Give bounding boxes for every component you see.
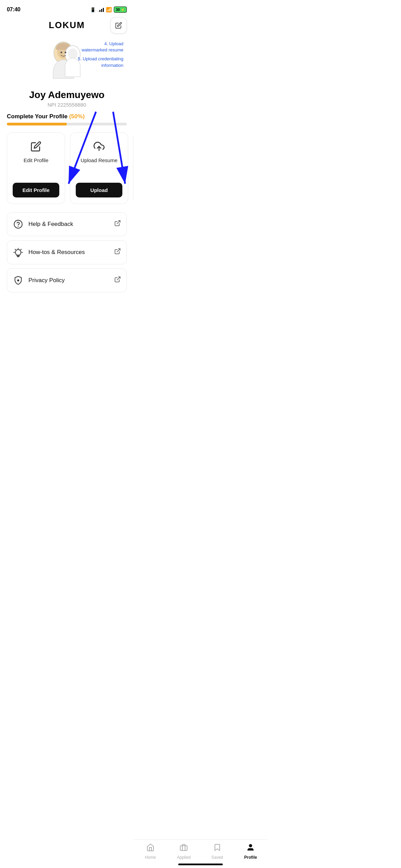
menu-section: Help & Feedback [0, 212, 134, 292]
progress-percent: (50%) [69, 113, 85, 120]
action-cards: Edit Profile Edit Profile [7, 132, 134, 204]
edit-profile-card-button[interactable]: Edit Profile [13, 183, 59, 197]
svg-point-5 [61, 52, 62, 53]
edit-profile-card-title: Edit Profile [24, 157, 49, 164]
status-bar: 07:40 📱 📶 30 ⚡ [0, 0, 134, 16]
svg-line-19 [15, 249, 16, 250]
edit-profile-card: Edit Profile Edit Profile [7, 132, 65, 204]
upload-resume-icon [94, 141, 105, 154]
header-edit-button[interactable] [110, 17, 127, 34]
privacy-policy-label: Privacy Policy [28, 277, 65, 284]
wifi-icon: 📶 [106, 7, 112, 12]
signal-bars [98, 7, 104, 12]
progress-bar [7, 123, 127, 125]
status-time: 07:40 [7, 7, 20, 13]
progress-bar-fill [7, 123, 67, 125]
external-link-icon-privacy [114, 276, 121, 285]
svg-point-13 [14, 220, 22, 228]
action-cards-section: Edit Profile Edit Profile [0, 132, 134, 204]
svg-line-15 [117, 221, 120, 224]
menu-item-privacy[interactable]: Privacy Policy [7, 268, 127, 292]
menu-item-howtos[interactable]: How-tos & Resources [7, 240, 127, 264]
external-link-icon-howtos [114, 248, 121, 256]
upload-hint-5: 5. Upload credentialinginformation [78, 56, 123, 68]
shield-icon [13, 275, 24, 286]
npi-number: NPI 2225558880 [48, 102, 86, 108]
pencil-icon [115, 22, 122, 29]
user-name: Joy Ademuyewo [29, 89, 105, 100]
sim-icon: 📱 [90, 7, 96, 12]
progress-label: Complete Your Profile (50%) [7, 113, 127, 120]
help-icon [13, 219, 24, 230]
upload-resume-card-button[interactable]: Upload [76, 183, 122, 197]
status-icons: 📱 📶 30 ⚡ [90, 7, 127, 13]
menu-item-help-feedback[interactable]: Help & Feedback [7, 212, 127, 236]
howtos-label: How-tos & Resources [28, 249, 85, 256]
action-cards-wrapper[interactable]: Edit Profile Edit Profile [0, 132, 134, 204]
profile-section: 4. Uploadwatermarked resume 5. Upload cr… [0, 34, 134, 113]
app-logo: LOKUM [49, 20, 85, 31]
svg-point-24 [17, 279, 19, 281]
top-nav: LOKUM [0, 16, 134, 34]
external-link-icon-help [114, 220, 121, 228]
svg-point-6 [65, 52, 66, 53]
svg-point-4 [68, 48, 77, 59]
svg-line-23 [117, 249, 120, 252]
svg-line-20 [21, 249, 21, 250]
battery-bolt-icon: ⚡ [121, 8, 125, 12]
upload-hint-4: 4. Uploadwatermarked resume [78, 41, 123, 53]
help-feedback-label: Help & Feedback [28, 221, 73, 228]
upload-cred-card: U...cred...doc... U... [133, 132, 134, 204]
battery-indicator: 30 ⚡ [114, 7, 127, 13]
upload-resume-card: Upload Resume Upload [70, 132, 128, 204]
progress-section: Complete Your Profile (50%) [0, 113, 134, 125]
bulb-icon [13, 247, 24, 258]
svg-line-25 [117, 277, 120, 280]
pencil-card-icon [31, 141, 41, 154]
upload-hints: 4. Uploadwatermarked resume 5. Upload cr… [78, 41, 123, 69]
upload-resume-card-title: Upload Resume [81, 157, 118, 164]
